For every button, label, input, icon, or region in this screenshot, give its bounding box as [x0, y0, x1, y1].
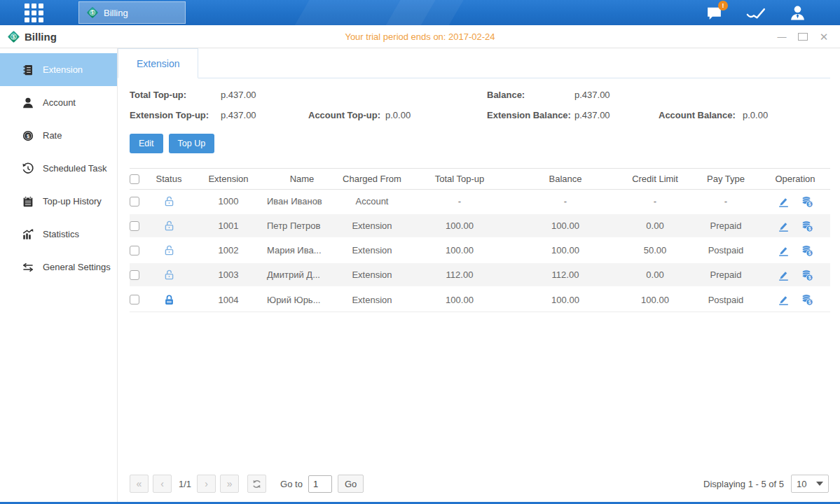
edit-row-icon[interactable]: [777, 220, 790, 232]
total-topup: -: [407, 196, 512, 206]
topup-row-icon[interactable]: $: [801, 244, 813, 257]
topbar-texture: [289, 0, 440, 25]
page-size-select[interactable]: 10: [791, 475, 829, 493]
edit-row-icon[interactable]: [777, 269, 790, 281]
prev-page-button[interactable]: ‹: [153, 475, 172, 493]
svg-text:$: $: [808, 226, 811, 232]
balance: 100.00: [512, 220, 619, 231]
column-balance: Balance: [512, 174, 619, 184]
topup-row-icon[interactable]: $: [801, 220, 813, 232]
credit-limit: 0.00: [619, 220, 691, 231]
maximize-button[interactable]: [798, 33, 808, 41]
goto-page-input[interactable]: [308, 475, 332, 493]
page-size-value: 10: [797, 479, 806, 489]
edit-row-icon[interactable]: [777, 293, 790, 306]
sidebar-item-scheduled-task[interactable]: Scheduled Task: [0, 152, 117, 185]
go-button[interactable]: Go: [338, 475, 364, 493]
taskbar-tab-label: Billing: [104, 8, 128, 18]
column-operation: Operation: [760, 174, 830, 184]
app-window: $ Billing !: [0, 0, 840, 504]
extension-name: Юрий Юрь...: [267, 288, 337, 312]
extension-name: Мария Ива...: [267, 238, 337, 262]
next-page-button[interactable]: ›: [197, 475, 216, 493]
status-unlocked: [163, 195, 175, 207]
page-indicator: 1/1: [179, 479, 191, 489]
topup-row-icon[interactable]: $: [801, 195, 813, 208]
sidebar-item-general-settings[interactable]: General Settings: [0, 251, 117, 284]
total-topup: 100.00: [407, 220, 512, 231]
first-page-button[interactable]: «: [130, 475, 149, 493]
tabbar: Extension: [118, 48, 830, 78]
topup-row-icon[interactable]: $: [801, 293, 813, 306]
charged-from: Account: [337, 196, 407, 206]
sidebar-item-label: Scheduled Task: [43, 163, 107, 174]
row-checkbox[interactable]: [130, 221, 139, 231]
dollar-circle-icon: $: [22, 130, 34, 142]
sidebar-item-account[interactable]: Account: [0, 86, 117, 119]
extension-balance-value: p.437.00: [574, 110, 659, 120]
unlock-icon: [163, 269, 175, 281]
chevron-down-icon: [816, 482, 823, 486]
billing-app-icon: $: [86, 6, 99, 19]
sidebar-item-extension[interactable]: Extension: [0, 53, 117, 86]
edit-row-icon[interactable]: [777, 244, 790, 257]
account-balance-value: p.0.00: [743, 110, 830, 120]
apps-grid-icon[interactable]: [25, 4, 43, 22]
pay-type: Prepaid: [691, 270, 760, 280]
goto-label: Go to: [280, 479, 303, 489]
total-topup: 112.00: [407, 270, 512, 280]
extension-number: 1004: [190, 295, 267, 305]
row-checkbox[interactable]: [130, 270, 139, 280]
topup-button[interactable]: Top Up: [169, 134, 215, 153]
balance: 100.00: [512, 295, 619, 305]
svg-text:$: $: [91, 10, 94, 15]
close-button[interactable]: ✕: [819, 31, 829, 42]
minimize-button[interactable]: —: [777, 32, 787, 41]
sidebar-item-statistics[interactable]: Statistics: [0, 218, 117, 251]
svg-text:$: $: [808, 251, 811, 256]
memo-icon: [22, 195, 34, 208]
balance: -: [512, 196, 619, 206]
table-row: 1003 Дмитрий Д... Extension 112.00 112.0…: [130, 263, 830, 288]
status-unlocked: [163, 269, 175, 281]
titlebar: $ Billing Your trial period ends on: 201…: [0, 25, 840, 48]
topup-row-icon[interactable]: $: [801, 269, 813, 281]
sidebar-item-label: General Settings: [43, 262, 111, 272]
row-checkbox[interactable]: [130, 295, 139, 304]
status-unlocked: [163, 220, 175, 232]
balance: 100.00: [512, 245, 619, 255]
last-page-button[interactable]: »: [220, 475, 239, 493]
extension-name: Петр Петров: [267, 214, 337, 238]
refresh-button[interactable]: [247, 475, 266, 493]
title-left: $ Billing: [0, 30, 57, 43]
column-credit-limit: Credit Limit: [619, 174, 691, 184]
action-buttons: Edit Top Up: [130, 134, 830, 153]
row-checkbox[interactable]: [130, 197, 139, 206]
edit-button[interactable]: Edit: [130, 134, 163, 153]
notifications-icon[interactable]: !: [705, 4, 723, 22]
select-all-checkbox[interactable]: [130, 174, 139, 184]
sidebar-item-rate[interactable]: $ Rate: [0, 119, 117, 152]
sidebar-item-topup-history[interactable]: Top-up History: [0, 185, 117, 218]
row-checkbox[interactable]: [130, 246, 139, 255]
taskbar-billing-tab[interactable]: $ Billing: [78, 1, 186, 24]
resource-monitor-icon[interactable]: [745, 4, 766, 22]
table-row: 1001 Петр Петров Extension 100.00 100.00…: [130, 214, 830, 239]
extension-table: Status Extension Name Charged From Total…: [130, 168, 830, 312]
sidebar: Extension Account $ Rate: [0, 48, 118, 502]
credit-limit: 50.00: [619, 245, 691, 255]
tab-extension[interactable]: Extension: [118, 48, 198, 78]
unlock-icon: [163, 195, 175, 207]
extension-name: Иван Иванов: [267, 189, 337, 214]
balance-value: p.437.00: [574, 90, 659, 100]
extension-topup-label: Extension Top-up:: [130, 110, 221, 120]
extension-topup-value: p.437.00: [221, 110, 308, 120]
window-controls: — ✕: [777, 31, 840, 42]
user-account-icon[interactable]: [789, 4, 806, 22]
table-header: Status Extension Name Charged From Total…: [130, 168, 830, 190]
status-unlocked: [163, 244, 175, 256]
account-balance-label: Account Balance:: [659, 110, 743, 120]
line-chart-icon: [745, 4, 766, 22]
edit-row-icon[interactable]: [777, 195, 790, 208]
unlock-icon: [163, 244, 175, 256]
